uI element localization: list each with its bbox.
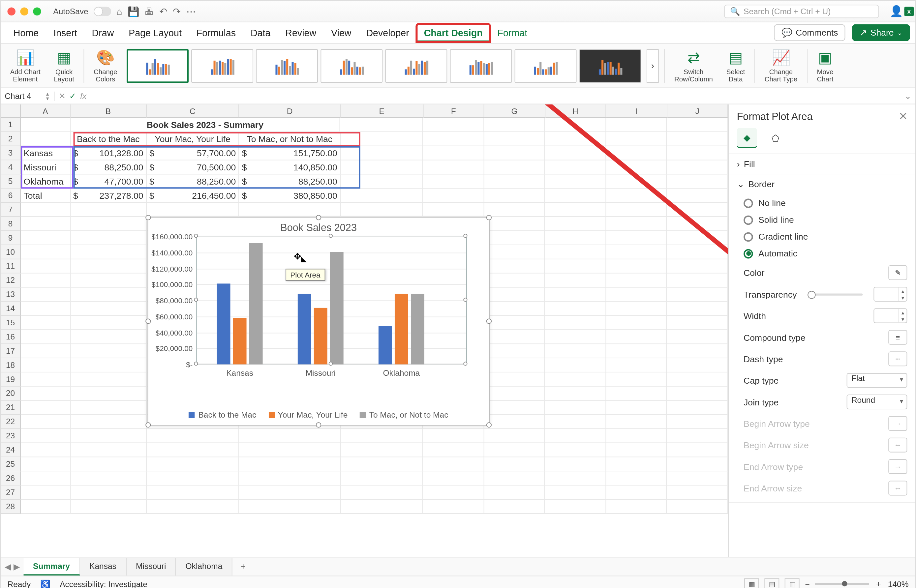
cell[interactable] [341,160,423,174]
cell[interactable] [71,344,147,358]
cell[interactable] [606,132,667,146]
bar[interactable] [249,243,263,364]
cell[interactable] [606,415,667,429]
switch-row-column-button[interactable]: ⇄ SwitchRow/Column [670,47,717,85]
cell[interactable] [606,273,667,288]
cell[interactable] [147,471,240,486]
row-header[interactable]: 22 [1,415,21,429]
cell[interactable] [484,415,545,429]
cell[interactable] [423,471,484,486]
cell[interactable] [667,259,728,273]
share-button[interactable]: ↗ Share ⌄ [852,24,910,41]
cell[interactable] [71,302,147,316]
cell[interactable]: $237,278.00 [71,189,147,203]
cell[interactable] [606,316,667,330]
cell[interactable] [484,344,545,358]
cell[interactable] [21,471,71,486]
change-chart-type-button[interactable]: 📈 ChangeChart Type [761,47,801,85]
fx-icon[interactable]: fx [80,91,86,101]
chart-title[interactable]: Book Sales 2023 [148,218,489,237]
cell[interactable] [21,457,71,471]
legend-item[interactable]: To Mac, or Not to Mac [360,410,448,420]
zoom-level[interactable]: 140% [888,580,909,588]
cell[interactable] [667,471,728,486]
cell[interactable] [545,358,606,372]
property-button[interactable]: ≡ [888,330,907,345]
bar[interactable] [298,294,311,364]
row-header[interactable]: 20 [1,386,21,401]
cell[interactable] [606,429,667,443]
tab-page-layout[interactable]: Page Layout [121,23,189,42]
cell[interactable] [667,443,728,457]
cell[interactable] [545,160,606,174]
resize-handle[interactable] [316,422,321,428]
prev-sheet-icon[interactable]: ◀ [5,562,11,572]
row-header[interactable]: 13 [1,288,21,302]
cell[interactable] [667,358,728,372]
cell[interactable] [484,302,545,316]
cell[interactable] [71,231,147,245]
cell[interactable] [545,217,606,231]
tab-view[interactable]: View [324,23,359,42]
row-header[interactable]: 2 [1,132,21,146]
cell[interactable]: Total [21,189,71,203]
row-header[interactable]: 14 [1,302,21,316]
column-header[interactable]: B [71,105,147,118]
cell[interactable] [667,316,728,330]
cell[interactable] [545,245,606,259]
expand-formula-bar-icon[interactable]: ⌄ [900,91,915,101]
cell[interactable] [21,288,71,302]
cell[interactable] [545,302,606,316]
chart-style-thumb[interactable] [579,49,641,82]
cell[interactable] [545,316,606,330]
resize-handle[interactable] [146,422,151,428]
column-header[interactable]: E [341,105,423,118]
cell[interactable] [71,217,147,231]
cell[interactable] [545,288,606,302]
cell[interactable] [240,203,341,217]
border-line-option[interactable]: Gradient line [744,232,907,242]
cell[interactable] [21,259,71,273]
plot-resize-handle[interactable] [194,362,198,365]
accessibility-status[interactable]: Accessibility: Investigate [60,580,147,588]
cell[interactable] [545,174,606,189]
column-header[interactable]: D [240,105,341,118]
row-header[interactable]: 6 [1,189,21,203]
row-header[interactable]: 1 [1,118,21,132]
cell[interactable] [545,203,606,217]
cell[interactable] [606,288,667,302]
cell[interactable] [484,118,545,132]
cell[interactable] [71,500,147,514]
cell[interactable] [484,273,545,288]
cell[interactable] [341,486,423,500]
cell[interactable] [21,330,71,344]
cell[interactable] [341,132,423,146]
property-button[interactable]: ↔ [888,438,907,452]
cell[interactable] [240,429,341,443]
cell[interactable] [71,486,147,500]
property-select[interactable]: Round [847,394,908,409]
cell[interactable] [545,330,606,344]
cell[interactable] [21,500,71,514]
cell[interactable] [71,443,147,457]
row-header[interactable]: 23 [1,429,21,443]
cell[interactable] [21,245,71,259]
transparency-slider[interactable] [808,293,863,295]
cell[interactable] [484,372,545,387]
column-header[interactable]: A [21,105,70,118]
row-header[interactable]: 17 [1,344,21,358]
cell[interactable] [21,415,71,429]
cell[interactable] [71,429,147,443]
chart-style-thumb[interactable] [385,49,447,82]
sheet-tab-kansas[interactable]: Kansas [80,558,126,575]
chart-style-thumb[interactable] [126,49,189,82]
sheet-tab-missouri[interactable]: Missouri [126,558,176,575]
cell[interactable] [667,189,728,203]
cell[interactable] [606,118,667,132]
gallery-next-button[interactable]: › [647,49,659,82]
cell[interactable] [71,386,147,401]
chart-legend[interactable]: Back to the MacYour Mac, Your LifeTo Mac… [148,410,489,420]
cell[interactable] [147,203,240,217]
cell[interactable]: $88,250.00 [71,160,147,174]
autosave-toggle[interactable] [94,6,111,16]
